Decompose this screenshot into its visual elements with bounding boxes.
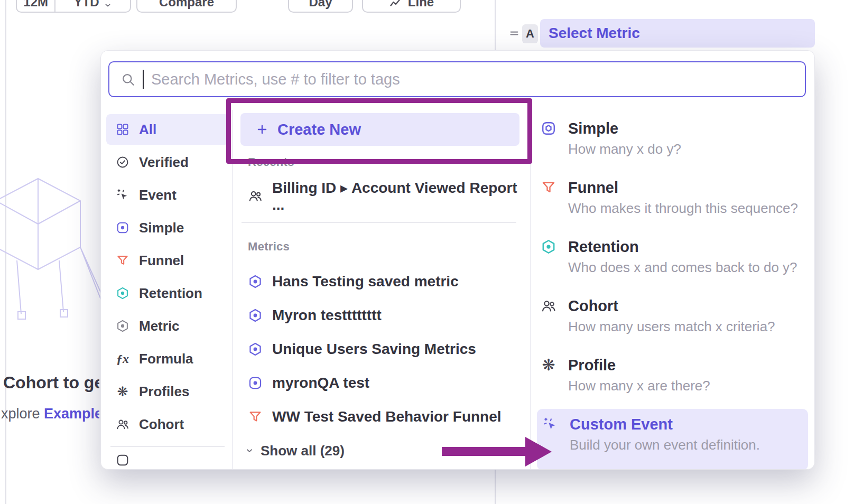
verified-seal-icon [116,155,129,169]
chart-type-label: Line [408,0,434,10]
chevron-down-icon [104,1,112,10]
sidebar-item-event[interactable]: Event [106,180,229,210]
sidebar-item-label: Event [139,187,177,203]
metric-type-title: Custom Event [570,415,760,433]
sidebar-separator [110,446,225,447]
metric-type-title: Simple [568,119,681,137]
metric-type-title: Retention [568,238,797,256]
metric-type-title: Profile [568,356,710,374]
grid-icon [116,123,129,136]
sidebar-item-label: All [139,122,156,138]
metric-type-desc: Build your own event definition. [570,436,760,453]
create-new-button[interactable]: Create New [240,113,519,146]
select-metric-field[interactable]: Select Metric [540,19,815,48]
metric-type-desc: Who does x and comes back to do y? [568,259,797,276]
recents-divider [242,222,516,223]
profile-flower-icon: ❋ [541,357,556,403]
sidebar-item-formula[interactable]: ƒx Formula [106,343,229,374]
metric-type-profile[interactable]: ❋ Profile How many x are there? [537,350,808,403]
text-caret [143,70,144,89]
metric-type-desc: How many users match x criteria? [568,318,775,335]
metric-type-text: Funnel Who makes it through this sequenc… [568,179,798,225]
cohort-people-icon [116,417,129,431]
create-new-label: Create New [277,121,361,138]
sidebar-item-simple[interactable]: Simple [106,212,229,243]
show-all-button[interactable]: Show all (29) [245,440,345,461]
metric-letter-badge[interactable]: A [522,24,538,43]
metric-type-desc: Who makes it through this sequence? [568,200,798,217]
range-ytd-button[interactable]: YTD [55,0,130,12]
metric-type-cohort[interactable]: Cohort How many users match x criteria? [537,291,808,343]
select-metric-label: Select Metric [549,25,640,42]
sidebar-item-funnel[interactable]: Funnel [106,245,229,276]
drag-handle-icon[interactable] [508,26,520,40]
metric-list-item[interactable]: Hans Testing saved metric [242,266,518,297]
metric-type-text: Profile How many x are there? [568,356,710,403]
range-12m-label: 12M [23,0,48,10]
background-headline-fragment: Cohort to ge [3,373,99,393]
range-ytd-label: YTD [74,0,99,10]
search-icon [121,72,135,87]
recents-heading: Recents [248,155,294,169]
sidebar-item-label: Formula [139,351,193,367]
metric-type-text: Simple How many x do y? [568,119,681,166]
line-chart-icon [389,0,402,10]
sidebar-item-retention[interactable]: Retention [106,278,229,309]
metric-type-retention[interactable]: Retention Who does x and comes back to d… [537,231,808,284]
date-range-segmented-control: 12M YTD [16,0,131,13]
custom-event-sparkle-icon [542,416,558,470]
event-sparkle-icon [116,188,129,202]
cohort-people-icon [541,298,556,343]
sidebar-item-label: Simple [139,220,184,236]
sidebar-item-label: Cohort [139,416,184,433]
hexagon-metric-icon [248,274,263,289]
sidebar-item-partial[interactable] [106,453,229,467]
interval-day-button[interactable]: Day [288,0,353,13]
recent-item[interactable]: Billing ID ▸ Account Viewed Report ... [242,181,518,211]
simple-square-hexagon-icon [541,120,556,166]
explore-space [40,406,44,422]
chart-type-line-button[interactable]: Line [362,0,461,13]
example-link[interactable]: Example [44,406,99,422]
category-sidebar: All Verified Event Simple Funnel Retenti… [106,114,229,467]
show-all-label: Show all (29) [261,443,345,459]
metric-type-text: Cohort How many users match x criteria? [568,297,775,343]
metric-hexagon-icon [116,319,129,333]
sidebar-item-metric[interactable]: Metric [106,311,229,341]
metric-list-item[interactable]: WW Test Saved Behavior Funnel [242,402,518,432]
funnel-icon [116,254,129,267]
metric-type-text: Retention Who does x and comes back to d… [568,238,797,284]
profiles-flower-icon: ❋ [116,385,129,398]
metric-picker-modal: All Verified Event Simple Funnel Retenti… [100,50,815,470]
metric-list-item[interactable]: Unique Users Saving Metrics [242,334,518,365]
sidebar-item-cohort[interactable]: Cohort [106,409,229,440]
background-explore-line: xplore Example [1,406,99,422]
metric-item-label: Myron testttttttt [272,307,382,324]
metric-type-funnel[interactable]: Funnel Who makes it through this sequenc… [537,172,808,225]
sidebar-item-label: Profiles [139,384,189,400]
range-12m-button[interactable]: 12M [17,0,54,12]
sidebar-item-label: Metric [139,318,180,334]
metric-item-label: WW Test Saved Behavior Funnel [272,408,502,425]
sidebar-item-profiles[interactable]: ❋ Profiles [106,376,229,407]
compare-button[interactable]: Compare [136,0,237,13]
search-bar [108,61,806,97]
hexagon-metric-icon [248,342,263,357]
interval-label: Day [309,0,332,10]
sidebar-item-all[interactable]: All [106,114,229,145]
metric-type-desc: How many x are there? [568,377,710,394]
metric-type-desc: How many x do y? [568,141,681,157]
sidebar-item-label: Funnel [139,253,184,269]
hexagon-metric-icon [248,308,263,323]
retention-hexagon-icon [116,286,129,300]
cohort-people-icon [248,189,263,203]
metric-list-item[interactable]: Myron testttttttt [242,300,518,331]
funnel-icon [541,180,556,225]
search-input[interactable] [151,71,805,88]
metric-list-item[interactable]: myronQA test [242,368,518,398]
sidebar-item-verified[interactable]: Verified [106,147,229,178]
metric-type-simple[interactable]: Simple How many x do y? [537,113,808,166]
sidebar-column-divider [232,110,233,470]
metric-item-label: Hans Testing saved metric [272,273,459,290]
metric-type-custom-event[interactable]: Custom Event Build your own event defini… [537,409,808,470]
